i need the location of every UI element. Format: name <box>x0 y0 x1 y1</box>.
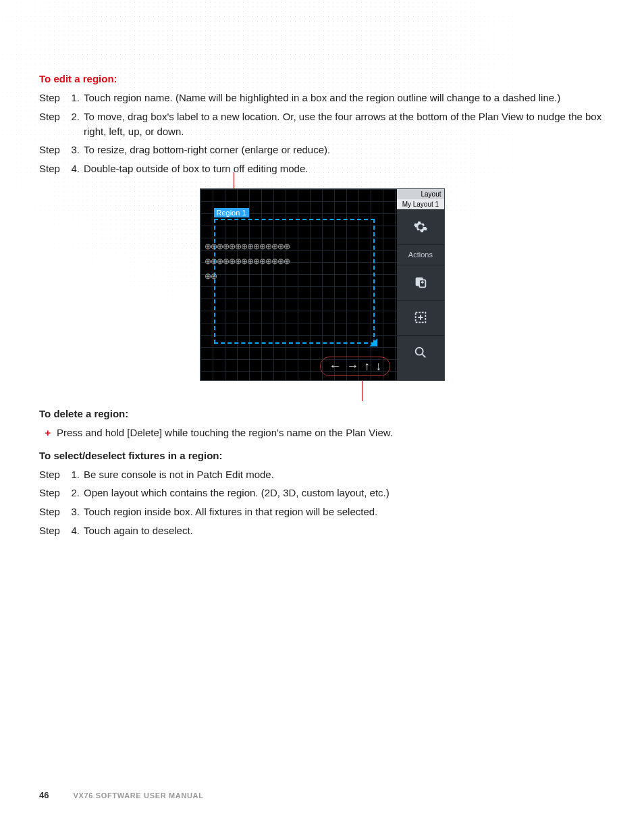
region-label[interactable]: Region 1 <box>214 208 249 217</box>
callout-line-top <box>234 172 234 188</box>
step-number: 4. <box>66 523 84 538</box>
sidebar-actions-label: Actions <box>397 244 444 265</box>
svg-point-3 <box>416 348 423 355</box>
arrow-right-icon[interactable]: → <box>346 359 358 373</box>
plan-sidebar: Layout My Layout 1 Actions <box>397 189 444 380</box>
edit-steps-list: Step 1. Touch region name. (Name will be… <box>39 90 605 176</box>
bullet-row: + Press and hold [Delete] while touching… <box>39 425 605 440</box>
copy-icon <box>413 275 428 290</box>
step-row: Step 2. To move, drag box's label to a n… <box>39 109 605 139</box>
step-text: Open layout which contains the region. (… <box>84 486 605 500</box>
sidebar-zoom[interactable] <box>397 335 444 370</box>
step-row: Step 1. Touch region name. (Name will be… <box>39 90 605 105</box>
step-row: Step 1. Be sure console is not in Patch … <box>39 467 605 482</box>
heading-select-region: To select/deselect fixtures in a region: <box>39 450 605 461</box>
gear-icon <box>413 219 428 234</box>
step-label: Step <box>39 161 66 176</box>
arrow-left-icon[interactable]: ← <box>329 359 341 373</box>
heading-edit-region: To edit a region: <box>39 73 605 84</box>
step-label: Step <box>39 142 66 157</box>
step-row: Step 2. Open layout which contains the r… <box>39 486 605 500</box>
sidebar-copy[interactable] <box>397 265 444 300</box>
step-text: Touch again to deselect. <box>84 523 605 538</box>
delete-bullets: + Press and hold [Delete] while touching… <box>39 425 605 440</box>
page-number: 46 <box>39 790 49 800</box>
step-text: To resize, drag bottom-right corner (enl… <box>84 142 605 157</box>
sidebar-add[interactable] <box>397 300 444 335</box>
nudge-arrows: ← → ↑ ↓ <box>320 357 390 376</box>
bullet-plus-icon: + <box>39 425 57 440</box>
fixture-icons: ⊕⊕⊕⊕⊕⊕⊕⊕⊕⊕⊕⊕⊕⊕ ⊕⊕⊕⊕⊕⊕⊕⊕⊕⊕⊕⊕⊕⊕ ⊕⊕ <box>205 242 290 281</box>
step-label: Step <box>39 90 66 105</box>
step-text: Double-tap outside of box to turn off ed… <box>84 161 605 176</box>
region-box[interactable] <box>214 219 375 344</box>
step-label: Step <box>39 504 66 519</box>
step-row: Step 4. Touch again to deselect. <box>39 523 605 538</box>
page-footer: 46 VX76 SOFTWARE USER MANUAL <box>39 790 204 800</box>
heading-delete-region: To delete a region: <box>39 408 605 419</box>
step-text: Touch region name. (Name will be highlig… <box>84 90 605 105</box>
step-number: 2. <box>66 486 84 500</box>
magnify-icon <box>413 345 428 360</box>
select-steps-list: Step 1. Be sure console is not in Patch … <box>39 467 605 538</box>
step-label: Step <box>39 467 66 482</box>
step-row: Step 3. Touch region inside box. All fix… <box>39 504 605 519</box>
svg-rect-1 <box>419 280 425 288</box>
bullet-text: Press and hold [Delete] while touching t… <box>57 425 605 440</box>
arrow-up-icon[interactable]: ↑ <box>364 359 370 373</box>
step-row: Step 4. Double-tap outside of box to tur… <box>39 161 605 176</box>
plan-view[interactable]: Region 1 ⊕⊕⊕⊕⊕⊕⊕⊕⊕⊕⊕⊕⊕⊕ ⊕⊕⊕⊕⊕⊕⊕⊕⊕⊕⊕⊕⊕⊕ ⊕… <box>200 189 398 380</box>
manual-title: VX76 SOFTWARE USER MANUAL <box>73 791 203 800</box>
step-number: 3. <box>66 142 84 157</box>
step-text: Touch region inside box. All fixtures in… <box>84 504 605 519</box>
sidebar-head: Layout <box>397 189 444 199</box>
step-number: 1. <box>66 467 84 482</box>
arrow-down-icon[interactable]: ↓ <box>375 359 381 373</box>
step-number: 3. <box>66 504 84 519</box>
plus-frame-icon <box>413 310 428 325</box>
step-number: 1. <box>66 90 84 105</box>
resize-handle[interactable] <box>369 338 377 346</box>
step-label: Step <box>39 109 66 139</box>
step-row: Step 3. To resize, drag bottom-right cor… <box>39 142 605 157</box>
step-text: To move, drag box's label to a new locat… <box>84 109 605 139</box>
sidebar-subhead[interactable]: My Layout 1 <box>397 199 444 209</box>
step-number: 2. <box>66 109 84 139</box>
step-text: Be sure console is not in Patch Edit mod… <box>84 467 605 482</box>
plan-view-figure: Region 1 ⊕⊕⊕⊕⊕⊕⊕⊕⊕⊕⊕⊕⊕⊕ ⊕⊕⊕⊕⊕⊕⊕⊕⊕⊕⊕⊕⊕⊕ ⊕… <box>200 188 445 381</box>
step-label: Step <box>39 486 66 500</box>
step-label: Step <box>39 523 66 538</box>
sidebar-settings[interactable] <box>397 209 444 244</box>
step-number: 4. <box>66 161 84 176</box>
callout-line-bottom <box>362 381 363 401</box>
